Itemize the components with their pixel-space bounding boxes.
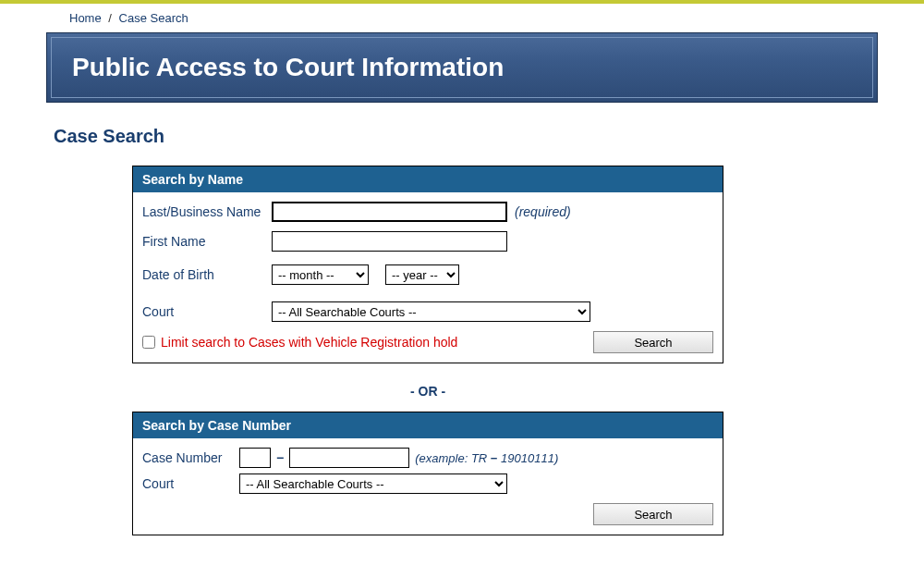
name-bottom-row: Limit search to Cases with Vehicle Regis… xyxy=(142,331,713,353)
content-area: Case Search Search by Name Last/Business… xyxy=(0,126,924,535)
search-by-name-header: Search by Name xyxy=(133,166,723,192)
case-example-text: (example: TR − 19010111) xyxy=(415,451,558,465)
first-name-row: First Name xyxy=(142,231,713,252)
search-by-case-button[interactable]: Search xyxy=(593,503,713,525)
breadcrumb-current: Case Search xyxy=(119,11,188,25)
case-number-input[interactable] xyxy=(289,448,409,468)
page-title: Case Search xyxy=(54,126,924,147)
search-by-case-header: Search by Case Number xyxy=(133,412,723,438)
court-row-case: Court -- All Searchable Courts -- xyxy=(142,473,713,494)
breadcrumb-separator: / xyxy=(108,11,112,25)
court-select-case[interactable]: -- All Searchable Courts -- xyxy=(239,473,507,494)
dob-year-select[interactable]: -- year -- xyxy=(385,264,459,285)
search-by-name-body: Last/Business Name (required) First Name… xyxy=(133,192,723,363)
required-text: (required) xyxy=(515,204,571,219)
first-name-label: First Name xyxy=(142,234,272,249)
last-name-label: Last/Business Name xyxy=(142,204,272,219)
last-name-input[interactable] xyxy=(272,202,507,222)
search-by-name-panel: Search by Name Last/Business Name (requi… xyxy=(132,166,723,363)
court-select-name[interactable]: -- All Searchable Courts -- xyxy=(272,301,590,322)
limit-search-wrap[interactable]: Limit search to Cases with Vehicle Regis… xyxy=(142,335,457,350)
banner: Public Access to Court Information xyxy=(46,32,878,103)
dob-row: Date of Birth -- month -- -- year -- xyxy=(142,264,713,285)
limit-search-checkbox[interactable] xyxy=(142,336,155,349)
limit-search-label: Limit search to Cases with Vehicle Regis… xyxy=(161,335,457,350)
last-name-row: Last/Business Name (required) xyxy=(142,202,713,222)
dob-label: Date of Birth xyxy=(142,267,272,282)
case-button-row: Search xyxy=(142,503,713,525)
court-label-name: Court xyxy=(142,304,272,319)
case-number-row: Case Number − (example: TR − 19010111) xyxy=(142,448,713,468)
banner-title: Public Access to Court Information xyxy=(72,53,852,82)
or-divider: - OR - xyxy=(132,373,723,412)
search-by-name-button[interactable]: Search xyxy=(593,331,713,353)
dob-month-select[interactable]: -- month -- xyxy=(272,264,369,285)
breadcrumb: Home / Case Search xyxy=(0,4,924,32)
court-label-case: Court xyxy=(142,476,239,491)
court-row-name: Court -- All Searchable Courts -- xyxy=(142,301,713,322)
search-by-case-body: Case Number − (example: TR − 19010111) C… xyxy=(133,438,723,535)
case-dash-separator: − xyxy=(276,450,284,465)
first-name-input[interactable] xyxy=(272,231,507,252)
banner-inner: Public Access to Court Information xyxy=(51,37,873,98)
search-by-case-panel: Search by Case Number Case Number − (exa… xyxy=(132,412,723,535)
case-prefix-input[interactable] xyxy=(239,448,271,468)
breadcrumb-home-link[interactable]: Home xyxy=(69,11,102,25)
case-number-label: Case Number xyxy=(142,450,239,465)
